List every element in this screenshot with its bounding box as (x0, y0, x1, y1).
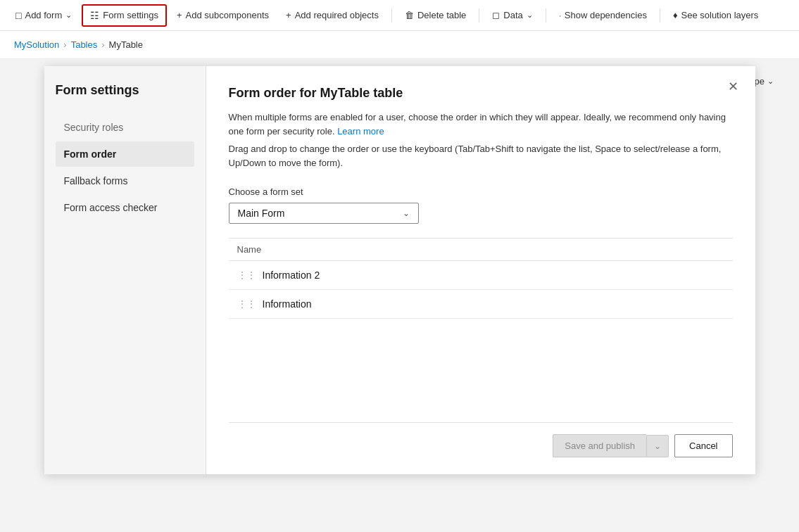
learn-more-link[interactable]: Learn more (337, 126, 384, 137)
breadcrumb-tables[interactable]: Tables (71, 39, 98, 50)
dialog-title: Form order for MyTable table (229, 86, 733, 101)
toolbar: □ Add form ⌄ ☷ Form settings + Add subco… (0, 0, 799, 31)
form-set-label: Choose a form set (229, 186, 733, 197)
form-settings-button[interactable]: ☷ Form settings (82, 4, 167, 27)
form-table: Name ⋮⋮ Information 2 ⋮⋮ Information (229, 238, 733, 405)
dialog-description2: Drag and drop to change the order or use… (229, 142, 733, 170)
show-dependencies-button[interactable]: ⸱ Show dependencies (552, 6, 654, 25)
sidebar-item-form-access-checker[interactable]: Form access checker (56, 195, 194, 220)
dialog-footer: Save and publish ⌄ Cancel (229, 422, 733, 457)
sidebar-title: Form settings (56, 83, 194, 98)
add-required-objects-button[interactable]: + Add required objects (279, 6, 386, 25)
dropdown-chevron-icon: ⌄ (403, 208, 410, 218)
table-row[interactable]: ⋮⋮ Information 2 (229, 261, 733, 290)
form-row-name: Information (263, 298, 312, 310)
add-form-chevron-icon: ⌄ (65, 11, 72, 20)
breadcrumb-sep1: › (63, 39, 66, 50)
sidebar: Form settings Security roles Form order … (44, 66, 206, 474)
dialog-description1: When multiple forms are enabled for a us… (229, 110, 733, 138)
sidebar-item-form-order[interactable]: Form order (56, 141, 194, 167)
delete-table-button[interactable]: 🗑 Delete table (398, 6, 473, 25)
add-subcomponents-button[interactable]: + Add subcomponents (170, 6, 276, 25)
form-settings-icon: ☷ (90, 10, 99, 21)
drag-handle-icon: ⋮⋮ (237, 270, 256, 281)
divider3 (546, 8, 546, 23)
add-form-icon: □ (15, 10, 21, 21)
settings-container: Form settings Security roles Form order … (44, 66, 755, 474)
data-chevron-icon: ⌄ (527, 11, 533, 20)
save-publish-button[interactable]: Save and publish (553, 434, 646, 457)
sidebar-item-security-roles[interactable]: Security roles (56, 115, 194, 140)
form-table-header: Name (229, 239, 733, 261)
close-button[interactable]: ✕ (725, 77, 741, 96)
form-row-name: Information 2 (263, 270, 320, 281)
breadcrumb-solution[interactable]: MySolution (14, 39, 59, 50)
show-dependencies-icon: ⸱ (559, 10, 561, 21)
data-icon: ◻ (492, 10, 500, 20)
add-required-objects-icon: + (286, 10, 291, 20)
cancel-button[interactable]: Cancel (674, 434, 732, 457)
dialog-content: ✕ Form order for MyTable table When mult… (206, 66, 755, 474)
data-button[interactable]: ◻ Data ⌄ (485, 6, 539, 25)
save-chevron-icon: ⌄ (654, 441, 661, 451)
sidebar-item-fallback-forms[interactable]: Fallback forms (56, 168, 194, 194)
divider1 (391, 8, 392, 23)
main-area: Type ⌄ Custom Custom Custom Custom Form … (0, 59, 799, 532)
dropdown-value: Main Form (238, 208, 285, 219)
add-form-button[interactable]: □ Add form ⌄ (8, 6, 79, 25)
breadcrumb-sep2: › (101, 39, 104, 50)
drag-handle-icon: ⋮⋮ (237, 298, 256, 310)
breadcrumb: MySolution › Tables › MyTable (0, 31, 799, 59)
table-row[interactable]: ⋮⋮ Information (229, 290, 733, 319)
add-subcomponents-icon: + (177, 10, 182, 20)
form-set-dropdown[interactable]: Main Form ⌄ (229, 203, 419, 224)
dialog-overlay: Form settings Security roles Form order … (0, 59, 799, 532)
save-publish-dropdown-button[interactable]: ⌄ (646, 435, 669, 457)
breadcrumb-current: MyTable (109, 39, 143, 50)
divider2 (479, 8, 479, 23)
divider4 (660, 8, 660, 23)
see-solution-layers-button[interactable]: ♦ See solution layers (666, 6, 765, 25)
see-solution-layers-icon: ♦ (673, 10, 678, 20)
delete-table-icon: 🗑 (405, 10, 414, 20)
